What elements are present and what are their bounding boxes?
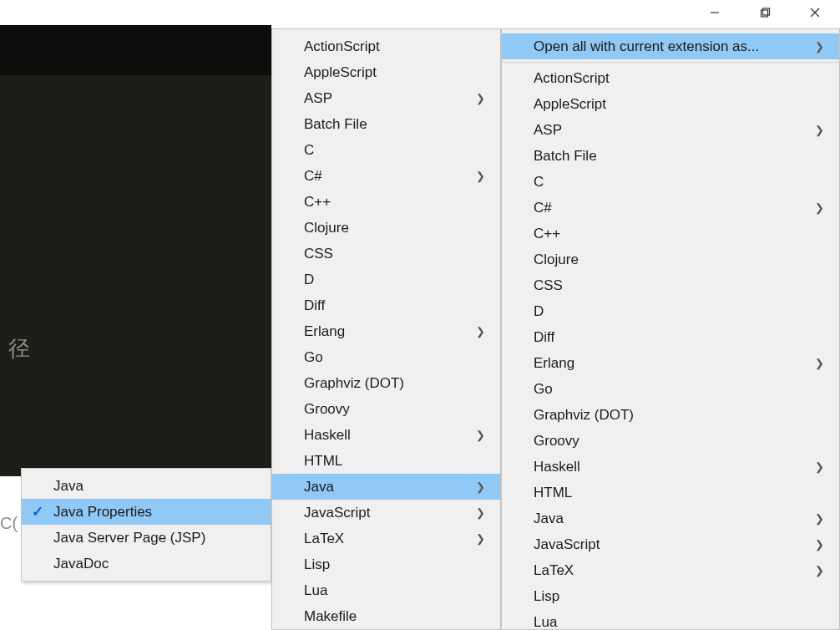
menu-item-label: Haskell: [304, 427, 476, 444]
close-icon: [809, 7, 821, 18]
syntax-main-menu: Open all with current extension as...❯ A…: [501, 28, 840, 630]
menu-item-actionscript[interactable]: ActionScript: [272, 33, 500, 59]
chevron-right-icon: ❯: [815, 124, 824, 136]
syntax-submenu: ActionScriptAppleScriptASP❯Batch FileCC#…: [271, 28, 501, 630]
chevron-right-icon: ❯: [476, 429, 485, 441]
maximize-icon: [759, 7, 771, 18]
menu-item-java[interactable]: Java: [22, 473, 271, 499]
menu-item-label: Groovy: [304, 401, 485, 418]
menu-item-java[interactable]: Java❯: [502, 506, 839, 531]
chevron-right-icon: ❯: [476, 92, 485, 104]
menu-item-groovy[interactable]: Groovy: [272, 396, 500, 422]
menu-item-c[interactable]: C: [502, 169, 839, 195]
menu-item-label: C: [304, 142, 485, 159]
menu-item-label: ActionScript: [304, 38, 485, 55]
menu-item-c[interactable]: C: [272, 137, 500, 163]
menu-item-label: Lisp: [304, 556, 485, 573]
close-button[interactable]: [790, 0, 840, 25]
menu-item-d[interactable]: D: [272, 267, 500, 292]
menu-item-latex[interactable]: LaTeX❯: [502, 557, 839, 583]
chevron-right-icon: ❯: [815, 512, 824, 525]
menu-item-asp[interactable]: ASP❯: [272, 85, 500, 111]
menu-item-haskell[interactable]: Haskell❯: [272, 422, 500, 448]
menu-item-c[interactable]: C++: [502, 221, 839, 246]
menu-item-label: D: [304, 272, 485, 288]
menu-item-label: C++: [304, 194, 485, 211]
menu-item-label: Lua: [534, 614, 824, 631]
menu-item-label: Erlang: [304, 323, 476, 340]
chevron-right-icon: ❯: [815, 538, 824, 551]
menu-item-batch-file[interactable]: Batch File: [272, 111, 500, 137]
menu-item-css[interactable]: CSS: [502, 272, 839, 298]
menu-item-html[interactable]: HTML: [272, 448, 500, 474]
chevron-right-icon: ❯: [815, 564, 824, 577]
menu-item-label: HTML: [534, 485, 824, 501]
maximize-button[interactable]: [740, 0, 790, 25]
menu-item-label: ActionScript: [534, 70, 824, 87]
menu-item-label: AppleScript: [534, 96, 824, 113]
menu-item-clojure[interactable]: Clojure: [502, 246, 839, 272]
menu-item-label: Batch File: [304, 116, 485, 133]
editor-tab-bar: [0, 25, 271, 75]
menu-item-javascript[interactable]: JavaScript❯: [272, 500, 500, 526]
menu-item-c[interactable]: C#❯: [502, 195, 839, 221]
menu-item-label: HTML: [304, 453, 485, 470]
menu-item-html[interactable]: HTML: [502, 480, 839, 506]
menu-item-makefile[interactable]: Makefile: [272, 603, 500, 629]
menu-item-label: Clojure: [534, 251, 824, 268]
menu-item-label: Graphviz (DOT): [534, 407, 824, 424]
minimize-icon: [709, 7, 721, 18]
menu-item-java-properties[interactable]: ✓Java Properties: [22, 499, 271, 525]
menu-item-applescript[interactable]: AppleScript: [272, 59, 500, 85]
menu-item-go[interactable]: Go: [502, 376, 839, 402]
menu-item-erlang[interactable]: Erlang❯: [272, 318, 500, 344]
editor-partial-text2: C(: [0, 514, 18, 533]
menu-item-graphviz-dot[interactable]: Graphviz (DOT): [272, 370, 500, 396]
chevron-right-icon: ❯: [476, 480, 485, 493]
menu-item-label: Java: [53, 478, 256, 495]
menu-item-diff[interactable]: Diff: [272, 292, 500, 318]
menu-item-css[interactable]: CSS: [272, 241, 500, 267]
menu-item-label: Erlang: [534, 355, 815, 372]
menu-item-label: C: [534, 174, 824, 191]
menu-item-javadoc[interactable]: JavaDoc: [22, 551, 271, 577]
menu-item-label: ASP: [534, 122, 815, 139]
menu-item-lua[interactable]: Lua: [272, 577, 500, 603]
menu-item-lisp[interactable]: Lisp: [502, 583, 839, 609]
menu-item-actionscript[interactable]: ActionScript: [502, 65, 839, 91]
menu-item-c[interactable]: C#❯: [272, 163, 500, 189]
menu-item-java-server-page-jsp[interactable]: Java Server Page (JSP): [22, 525, 271, 551]
menu-item-latex[interactable]: LaTeX❯: [272, 526, 500, 551]
menu-item-haskell[interactable]: Haskell❯: [502, 454, 839, 480]
menu-item-javascript[interactable]: JavaScript❯: [502, 531, 839, 557]
menu-item-d[interactable]: D: [502, 298, 839, 324]
menu-item-graphviz-dot[interactable]: Graphviz (DOT): [502, 402, 839, 428]
menu-item-c[interactable]: C++: [272, 189, 500, 215]
menu-item-label: Java: [534, 511, 815, 527]
menu-item-lua[interactable]: Lua: [502, 609, 839, 630]
menu-item-diff[interactable]: Diff: [502, 324, 839, 350]
menu-item-label: JavaScript: [304, 505, 476, 521]
menu-item-label: JavaScript: [534, 536, 815, 553]
menu-item-java[interactable]: Java❯: [272, 474, 500, 500]
menu-item-asp[interactable]: ASP❯: [502, 117, 839, 143]
chevron-right-icon: ❯: [815, 201, 824, 214]
menu-item-go[interactable]: Go: [272, 344, 500, 370]
chevron-right-icon: ❯: [815, 357, 824, 369]
chevron-right-icon: ❯: [815, 40, 824, 53]
menu-item-erlang[interactable]: Erlang❯: [502, 350, 839, 376]
menu-item-lisp[interactable]: Lisp: [272, 551, 500, 577]
menu-item-open-all-with-extension[interactable]: Open all with current extension as...❯: [502, 33, 839, 59]
menu-item-label: C#: [304, 168, 476, 185]
menu-item-applescript[interactable]: AppleScript: [502, 91, 839, 117]
menu-item-label: C++: [534, 226, 824, 242]
menu-item-clojure[interactable]: Clojure: [272, 215, 500, 241]
menu-item-label: Groovy: [534, 433, 824, 450]
menu-item-label: LaTeX: [304, 531, 476, 547]
menu-item-groovy[interactable]: Groovy: [502, 428, 839, 454]
menu-item-label: Go: [304, 349, 485, 366]
editor-partial-text: 径: [8, 334, 30, 363]
menu-item-batch-file[interactable]: Batch File: [502, 143, 839, 169]
menu-item-label: Java: [304, 479, 476, 495]
minimize-button[interactable]: [690, 0, 740, 25]
